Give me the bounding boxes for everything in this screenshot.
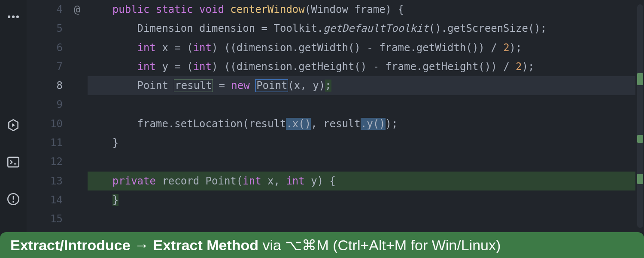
hint-action: Extract/Introduce → Extract Method (10, 237, 258, 254)
svg-point-2 (16, 15, 19, 18)
run-icon[interactable] (6, 118, 21, 132)
code-line[interactable]: 6 int x = (int) ((dimension.getWidth() -… (27, 38, 635, 57)
line-number: 8 (27, 76, 73, 95)
code-content[interactable]: frame.setLocation(result.x(), result.y()… (88, 114, 635, 133)
main-area: 4@ public static void centerWindow(Windo… (0, 0, 644, 232)
line-number: 7 (27, 57, 73, 76)
code-line[interactable]: 14 } (27, 190, 635, 209)
code-line[interactable]: 7 int y = (int) ((dimension.getHeight() … (27, 57, 635, 76)
left-toolbar (0, 0, 27, 232)
code-content[interactable]: Point result = new Point(x, y); (88, 76, 635, 95)
gutter-annotation: @ (73, 0, 88, 19)
code-content[interactable] (88, 95, 635, 114)
code-line[interactable]: 13 private record Point(int x, int y) { (27, 172, 635, 190)
code-line[interactable]: 12 (27, 152, 635, 171)
code-line[interactable]: 5 Dimension dimension = Toolkit.getDefau… (27, 19, 635, 38)
change-marker (637, 174, 643, 184)
code-line[interactable]: 4@ public static void centerWindow(Windo… (27, 0, 635, 19)
ide-root: 4@ public static void centerWindow(Windo… (0, 0, 644, 258)
code-content[interactable]: } (88, 190, 635, 209)
code-line[interactable]: 15 (27, 209, 635, 228)
scrollbar-gutter[interactable] (635, 0, 644, 232)
code-line[interactable]: 10 frame.setLocation(result.x(), result.… (27, 114, 635, 133)
svg-point-5 (12, 201, 14, 203)
code-content[interactable]: } (88, 133, 635, 152)
line-number: 15 (27, 209, 73, 228)
code-line[interactable]: 11 } (27, 133, 635, 152)
line-number: 10 (27, 114, 73, 133)
code-content[interactable] (88, 152, 635, 171)
line-number: 13 (27, 172, 73, 190)
line-number: 5 (27, 19, 73, 38)
svg-point-0 (8, 15, 10, 18)
svg-rect-3 (8, 157, 19, 167)
code-line[interactable]: 9 (27, 95, 635, 114)
line-number: 12 (27, 152, 73, 171)
change-marker (637, 73, 643, 85)
problems-icon[interactable] (6, 192, 21, 206)
line-number: 9 (27, 95, 73, 114)
code-content[interactable]: Dimension dimension = Toolkit.getDefault… (88, 19, 635, 38)
code-content[interactable]: int y = (int) ((dimension.getHeight() - … (88, 57, 635, 76)
change-marker (637, 135, 643, 143)
line-number: 14 (27, 190, 73, 209)
editor[interactable]: 4@ public static void centerWindow(Windo… (27, 0, 644, 232)
hint-shortcut-mac: ⌥⌘M (285, 236, 328, 254)
code-content[interactable] (88, 209, 635, 228)
svg-point-1 (12, 15, 15, 18)
hint-via: via (258, 237, 285, 254)
code-content[interactable]: public static void centerWindow(Window f… (88, 0, 635, 19)
editor-lines[interactable]: 4@ public static void centerWindow(Windo… (27, 0, 635, 232)
code-content[interactable]: int x = (int) ((dimension.getWidth() - f… (88, 38, 635, 57)
more-icon[interactable] (6, 9, 21, 24)
scrollbar-track[interactable] (637, 4, 643, 228)
line-number: 6 (27, 38, 73, 57)
line-number: 4 (27, 0, 73, 19)
hint-bar: Extract/Introduce → Extract Method via ⌥… (0, 232, 644, 258)
terminal-icon[interactable] (6, 155, 21, 169)
line-number: 11 (27, 133, 73, 152)
code-content[interactable]: private record Point(int x, int y) { (88, 172, 635, 190)
code-line[interactable]: 8 Point result = new Point(x, y); (27, 76, 635, 95)
hint-rest: (Ctrl+Alt+M for Win/Linux) (329, 237, 501, 254)
